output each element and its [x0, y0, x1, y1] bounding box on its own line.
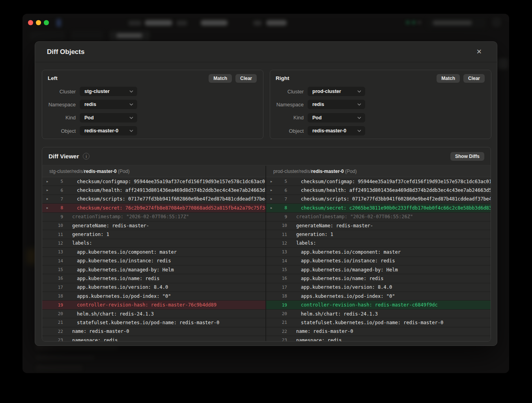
line-number: 22 — [52, 329, 63, 334]
expand-arrow-icon[interactable]: ▶ — [266, 189, 276, 192]
modal-header: Diff Objects ✕ — [35, 42, 497, 62]
line-number: 19 — [52, 303, 63, 308]
left-cluster-select[interactable]: stg-cluster — [80, 87, 137, 96]
line-text: labels: — [287, 240, 316, 246]
line-number: 8 — [52, 205, 63, 210]
right-kind-row: Kind Pod — [270, 113, 491, 123]
right-diff-scroll-area[interactable]: ▶5checksum/configmap: 95944ee35a19af37ce… — [266, 177, 491, 341]
line-text: namespace: redis — [287, 338, 342, 341]
expand-arrow-icon[interactable]: ▶ — [266, 180, 276, 183]
diff-line-15: 15app.kubernetes.io/managed-by: Helm — [42, 266, 265, 274]
right-diff-pane: prod-cluster/redis/redis-master-0 (Pod) … — [265, 166, 491, 341]
window-zoom-button[interactable] — [44, 20, 49, 25]
line-text: checksum/scripts: 0717e77fd3bb941f602860… — [287, 196, 491, 202]
line-text: app.kubernetes.io/instance: redis — [287, 258, 395, 264]
diff-line-18: 18apps.kubernetes.io/pod-index: "0" — [266, 292, 491, 301]
line-number: 9 — [52, 214, 63, 219]
window-close-button[interactable] — [28, 20, 33, 25]
line-number: 23 — [276, 338, 287, 341]
line-number: 10 — [52, 223, 63, 228]
right-object-select[interactable]: redis-master-0 — [308, 126, 365, 136]
left-namespace-row: Namespace redis — [42, 100, 263, 109]
line-text: app.kubernetes.io/instance: redis — [63, 258, 171, 264]
line-number: 20 — [52, 311, 63, 316]
expand-arrow-icon[interactable]: ▶ — [266, 197, 276, 201]
line-number: 9 — [276, 214, 287, 219]
cluster-label: Cluster — [42, 89, 76, 95]
line-text: controller-revision-hash: redis-master-7… — [63, 302, 217, 308]
expand-arrow-icon[interactable]: ▶ — [42, 189, 52, 192]
namespace-label: Namespace — [42, 102, 76, 108]
diff-line-20: 20helm.sh/chart: redis-24.1.3 — [42, 310, 265, 318]
diff-line-9: 9creationTimestamp: "2026-02-07T06:55:17… — [42, 213, 265, 221]
line-number: 5 — [276, 179, 287, 184]
line-number: 8 — [276, 205, 287, 210]
line-text: checksum/configmap: 95944ee35a19af37cefd… — [63, 179, 265, 184]
left-pane-kind: (Pod) — [117, 169, 130, 174]
left-diff-scroll-area[interactable]: ▶5checksum/configmap: 95944ee35a19af37ce… — [42, 177, 265, 341]
line-number: 18 — [52, 293, 63, 299]
left-diff-pane: stg-cluster/redis/redis-master-0 (Pod) ▶… — [42, 166, 265, 341]
line-text: checksum/configmap: 95944ee35a19af37cefd… — [287, 179, 491, 184]
line-number: 18 — [276, 293, 287, 299]
line-number: 21 — [276, 320, 287, 325]
line-number: 13 — [276, 249, 287, 254]
line-number: 7 — [52, 197, 63, 202]
object-label: Object — [270, 128, 304, 134]
line-text: controller-revision-hash: redis-master-c… — [287, 302, 438, 308]
expand-arrow-icon[interactable]: ▶ — [42, 180, 52, 183]
right-match-button[interactable]: Match — [437, 74, 460, 83]
right-clear-button[interactable]: Clear — [463, 74, 485, 83]
diff-line-8: ▶8checksum/secret: 76c2b9e274fb8e87084eb… — [42, 204, 265, 212]
right-pane-kind: (Pod) — [344, 169, 357, 174]
info-icon[interactable]: i — [83, 153, 90, 160]
chevron-down-icon — [129, 103, 133, 106]
window-minimize-button[interactable] — [36, 20, 41, 25]
right-object-row: Object redis-master-0 — [270, 126, 491, 136]
line-text: statefulset.kubernetes.io/pod-name: redi… — [63, 320, 219, 325]
left-object-select[interactable]: redis-master-0 — [80, 126, 137, 136]
left-kind-row: Kind Pod — [42, 113, 263, 123]
chevron-down-icon — [357, 130, 361, 132]
cluster-value: prod-cluster — [312, 89, 357, 94]
line-number: 13 — [52, 249, 63, 254]
chevron-down-icon — [129, 117, 133, 119]
line-text: checksum/health: aff24913d801436ea469d8d… — [287, 188, 491, 193]
left-namespace-select[interactable]: redis — [80, 100, 137, 109]
diff-line-5: ▶5checksum/configmap: 95944ee35a19af37ce… — [266, 177, 491, 186]
diff-line-6: ▶6checksum/health: aff24913d801436ea469d… — [42, 186, 265, 195]
diff-line-23: 23namespace: redis — [42, 336, 265, 341]
line-number: 10 — [276, 223, 287, 228]
diff-line-23: 23namespace: redis — [266, 336, 491, 341]
left-kind-select[interactable]: Pod — [80, 113, 137, 123]
left-match-button[interactable]: Match — [209, 74, 232, 83]
line-text: checksum/secret: 76c2b9e274fb8e87084eb77… — [63, 205, 265, 211]
diff-objects-modal: Diff Objects ✕ Left Match Clear Cluster … — [35, 41, 497, 346]
expand-arrow-icon[interactable]: ▶ — [42, 206, 52, 210]
left-object-row: Object redis-master-0 — [42, 126, 263, 136]
line-text: helm.sh/chart: redis-24.1.3 — [63, 311, 154, 317]
line-number: 12 — [52, 241, 63, 246]
line-text: app.kubernetes.io/name: redis — [287, 276, 384, 281]
right-kind-select[interactable]: Pod — [308, 113, 365, 123]
line-number: 17 — [52, 285, 63, 290]
line-text: app.kubernetes.io/version: 8.4.0 — [287, 284, 392, 290]
left-clear-button[interactable]: Clear — [235, 74, 257, 83]
line-number: 20 — [276, 311, 287, 316]
line-text: app.kubernetes.io/managed-by: Helm — [287, 267, 398, 273]
close-icon[interactable]: ✕ — [476, 48, 482, 55]
diff-line-17: 17app.kubernetes.io/version: 8.4.0 — [266, 283, 491, 292]
right-pane-path: prod-cluster/redis/ — [273, 169, 311, 174]
line-text: generateName: redis-master- — [63, 223, 149, 228]
diff-line-16: 16app.kubernetes.io/name: redis — [42, 274, 265, 283]
show-diffs-button[interactable]: Show Diffs — [450, 152, 484, 161]
diff-line-5: ▶5checksum/configmap: 95944ee35a19af37ce… — [42, 177, 265, 186]
diff-line-10: 10generateName: redis-master- — [266, 221, 491, 230]
expand-arrow-icon[interactable]: ▶ — [266, 206, 276, 210]
object-value: redis-master-0 — [84, 128, 129, 134]
expand-arrow-icon[interactable]: ▶ — [42, 197, 52, 201]
right-namespace-select[interactable]: redis — [308, 100, 365, 109]
diff-line-11: 11generation: 1 — [42, 230, 265, 239]
right-cluster-select[interactable]: prod-cluster — [308, 87, 365, 96]
chevron-down-icon — [357, 117, 361, 119]
